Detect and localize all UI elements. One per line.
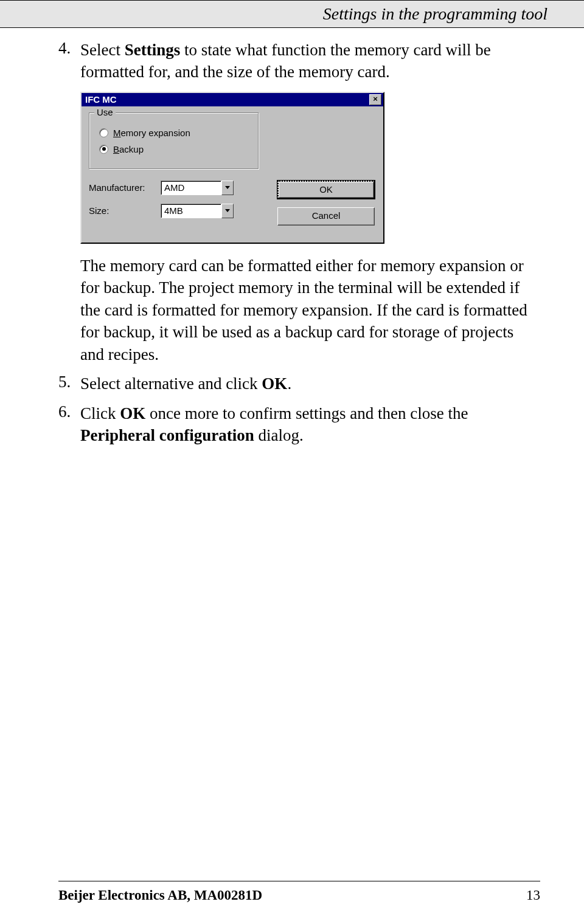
step-text: Click OK once more to confirm settings a… (80, 402, 540, 447)
step-4: 4. Select Settings to state what functio… (58, 39, 540, 83)
dialog-titlebar: IFC MC × (82, 93, 383, 106)
cancel-button[interactable]: Cancel (277, 207, 375, 226)
chevron-down-icon (225, 209, 230, 212)
ok-button[interactable]: OK (277, 181, 375, 199)
manufacturer-label: Manufacturer: (89, 182, 161, 193)
step-number: 6. (58, 402, 80, 447)
dropdown-button[interactable] (221, 204, 234, 218)
radio-icon (99, 145, 108, 154)
step-number: 5. (58, 373, 80, 395)
header-title: Settings in the programming tool (323, 4, 548, 23)
manufacturer-row: Manufacturer: AMD (89, 181, 277, 195)
step-4-explanation: The memory card can be formatted either … (58, 255, 540, 365)
groupbox-legend: Use (94, 107, 116, 117)
size-value: 4MB (161, 204, 221, 218)
close-icon: × (373, 94, 378, 103)
dialog-lower-row: Manufacturer: AMD Size: 4MB (89, 181, 376, 234)
chevron-down-icon (225, 186, 230, 189)
radio-memory-expansion[interactable]: Memory expansion (99, 128, 252, 138)
step-number: 4. (58, 39, 80, 83)
dialog-title: IFC MC (85, 94, 117, 105)
page-footer: Beijer Electronics AB, MA00281D 13 (58, 888, 540, 903)
buttons-column: OK Cancel (277, 181, 375, 234)
dropdown-button[interactable] (221, 181, 234, 195)
size-combo[interactable]: 4MB (161, 204, 234, 218)
size-row: Size: 4MB (89, 204, 277, 218)
step-6: 6. Click OK once more to confirm setting… (58, 402, 540, 447)
step-5: 5. Select alternative and click OK. (58, 373, 540, 395)
dialog-screenshot: IFC MC × Use Memory expansion Backup (80, 92, 540, 244)
radio-label: Backup (113, 144, 144, 154)
step-text: Select alternative and click OK. (80, 373, 291, 395)
manufacturer-combo[interactable]: AMD (161, 181, 234, 195)
dialog-body: Use Memory expansion Backup Manufacturer… (82, 106, 383, 243)
step-text: The memory card can be formatted either … (80, 255, 540, 365)
radio-label: Memory expansion (113, 128, 190, 138)
manufacturer-value: AMD (161, 181, 221, 195)
step-text: Select Settings to state what function t… (80, 39, 540, 83)
page-number: 13 (526, 888, 540, 903)
close-button[interactable]: × (369, 94, 381, 105)
page-header: Settings in the programming tool (0, 0, 584, 28)
footer-rule (58, 881, 540, 881)
footer-left: Beijer Electronics AB, MA00281D (58, 888, 262, 903)
fields-column: Manufacturer: AMD Size: 4MB (89, 181, 277, 227)
ifc-mc-dialog: IFC MC × Use Memory expansion Backup (80, 92, 384, 244)
radio-icon (99, 128, 108, 137)
page-content: 4. Select Settings to state what functio… (0, 28, 584, 446)
radio-backup[interactable]: Backup (99, 144, 252, 154)
size-label: Size: (89, 205, 161, 216)
use-groupbox: Use Memory expansion Backup (89, 112, 259, 170)
